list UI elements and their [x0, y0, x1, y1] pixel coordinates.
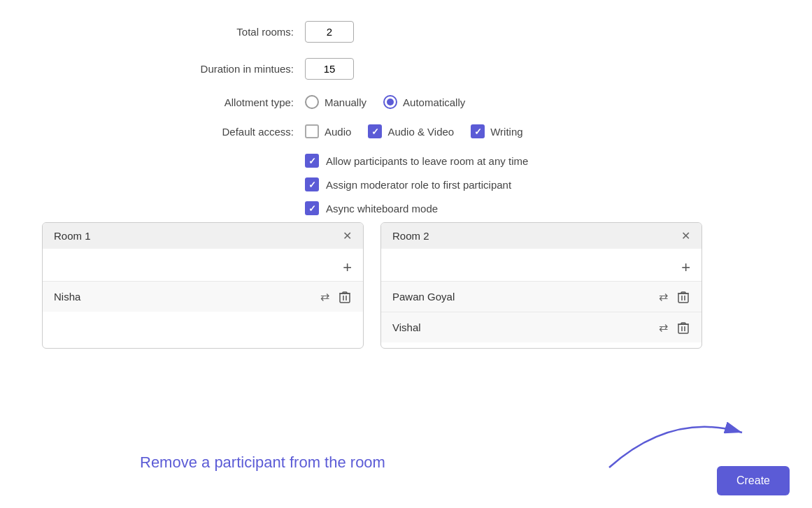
transfer-icon: ⇄ — [659, 290, 668, 303]
duration-row: Duration in mintues: — [168, 58, 784, 80]
leave-room-label: Allow participants to leave room at any … — [326, 155, 528, 167]
svg-rect-4 — [678, 293, 688, 303]
room-1-add-button[interactable]: + — [343, 260, 352, 275]
writing-option[interactable]: Writing — [471, 124, 522, 138]
auto-label: Automatically — [403, 96, 465, 108]
trash-icon — [678, 321, 689, 334]
participant-name: Vishal — [392, 321, 421, 333]
default-access-label: Default access: — [168, 126, 294, 138]
writing-checkbox[interactable] — [471, 124, 485, 138]
room-2-title: Room 2 — [392, 230, 429, 242]
whiteboard-checkbox[interactable] — [305, 201, 319, 215]
delete-pawan-button[interactable] — [676, 289, 690, 305]
trash-icon — [678, 291, 689, 303]
participant-actions: ⇄ — [657, 289, 690, 305]
audio-video-label: Audio & Video — [387, 126, 454, 138]
allotment-radio-group: Manually Automatically — [305, 95, 465, 109]
annotation-arrow — [602, 405, 756, 474]
access-checkbox-group: Audio Audio & Video Writing — [305, 124, 523, 138]
participant-name: Pawan Goyal — [392, 291, 455, 303]
form-section: Total rooms: Duration in mintues: Allotm… — [168, 21, 784, 215]
whiteboard-label: Async whiteboard mode — [326, 203, 438, 215]
writing-label: Writing — [490, 126, 522, 138]
default-access-row: Default access: Audio Audio & Video Writ… — [168, 124, 784, 138]
room-2-participant-pawan: Pawan Goyal ⇄ — [381, 281, 701, 312]
room-1-card: Room 1 ✕ + Nisha ⇄ — [42, 222, 364, 349]
moderator-label: Assign moderator role to first participa… — [326, 179, 511, 191]
create-button[interactable]: Create — [717, 466, 790, 495]
room-1-header: Room 1 ✕ — [43, 223, 363, 249]
room-1-body: + Nisha ⇄ — [43, 249, 363, 317]
transfer-icon: ⇄ — [320, 290, 329, 303]
audio-video-option[interactable]: Audio & Video — [368, 124, 454, 138]
participant-name: Nisha — [54, 291, 80, 303]
audio-option[interactable]: Audio — [305, 124, 351, 138]
trash-icon — [339, 291, 350, 303]
room-1-add-row: + — [43, 254, 363, 281]
transfer-icon: ⇄ — [659, 321, 668, 334]
svg-rect-0 — [340, 293, 350, 303]
room-2-card: Room 2 ✕ + Pawan Goyal ⇄ — [380, 222, 702, 349]
room-1-title: Room 1 — [54, 230, 91, 242]
leave-room-option[interactable]: Allow participants to leave room at any … — [305, 154, 784, 168]
delete-nisha-button[interactable] — [338, 289, 352, 305]
room-2-close-button[interactable]: ✕ — [681, 231, 690, 242]
svg-rect-8 — [678, 324, 688, 333]
main-container: Total rooms: Duration in mintues: Allotm… — [0, 0, 812, 508]
rooms-section: Room 1 ✕ + Nisha ⇄ — [42, 222, 784, 349]
delete-vishal-button[interactable] — [676, 320, 690, 335]
allotment-manual-option[interactable]: Manually — [305, 95, 366, 109]
leave-room-checkbox[interactable] — [305, 154, 319, 168]
extra-options-section: Allow participants to leave room at any … — [305, 154, 784, 215]
room-2-header: Room 2 ✕ — [381, 223, 701, 249]
whiteboard-option[interactable]: Async whiteboard mode — [305, 201, 784, 215]
total-rooms-label: Total rooms: — [168, 26, 294, 38]
moderator-checkbox[interactable] — [305, 177, 319, 191]
transfer-nisha-button[interactable]: ⇄ — [319, 289, 331, 305]
audio-label: Audio — [325, 126, 351, 138]
room-2-add-row: + — [381, 254, 701, 281]
room-1-participant-nisha: Nisha ⇄ — [43, 281, 363, 312]
allotment-row: Allotment type: Manually Automatically — [168, 95, 784, 109]
room-2-body: + Pawan Goyal ⇄ — [381, 249, 701, 348]
participant-actions: ⇄ — [319, 289, 352, 305]
total-rooms-row: Total rooms: — [168, 21, 784, 43]
auto-radio-circle — [383, 95, 397, 109]
annotation-text: Remove a participant from the room — [140, 453, 385, 472]
manual-label: Manually — [325, 96, 366, 108]
moderator-option[interactable]: Assign moderator role to first participa… — [305, 177, 784, 191]
manual-radio-circle — [305, 95, 319, 109]
participant-actions: ⇄ — [657, 319, 690, 335]
transfer-pawan-button[interactable]: ⇄ — [657, 289, 669, 305]
allotment-auto-option[interactable]: Automatically — [383, 95, 465, 109]
duration-input[interactable] — [305, 58, 354, 80]
room-2-add-button[interactable]: + — [681, 260, 690, 275]
audio-checkbox[interactable] — [305, 124, 319, 138]
audio-video-checkbox[interactable] — [368, 124, 382, 138]
duration-label: Duration in mintues: — [168, 63, 294, 75]
transfer-vishal-button[interactable]: ⇄ — [657, 319, 669, 335]
allotment-label: Allotment type: — [168, 96, 294, 108]
room-1-close-button[interactable]: ✕ — [343, 231, 352, 242]
room-2-participant-vishal: Vishal ⇄ — [381, 312, 701, 342]
total-rooms-input[interactable] — [305, 21, 354, 43]
